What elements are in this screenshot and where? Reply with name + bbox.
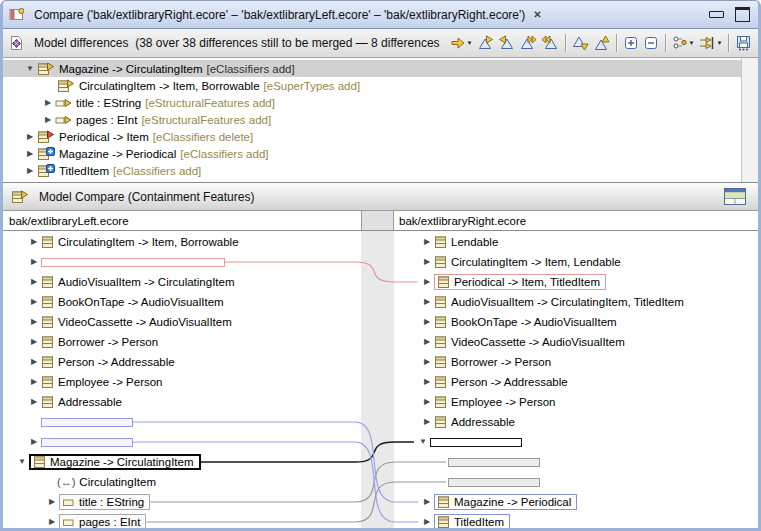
eclass-add-icon	[57, 79, 75, 93]
chevron-right-icon[interactable]: ▶	[420, 252, 434, 272]
close-icon[interactable]: ✕	[531, 9, 543, 20]
chevron-right-icon[interactable]: ▶	[45, 492, 59, 512]
tree-row[interactable]: ▼	[394, 432, 758, 452]
tree-row[interactable]: ▶Employee -> Person	[3, 372, 361, 392]
app-window: Compare ('bak/extlibraryRight.ecore' – '…	[0, 0, 761, 531]
tree-row[interactable]: ▶Employee -> Person	[394, 392, 758, 412]
save-comparison-button[interactable]	[733, 33, 754, 53]
diff-row[interactable]: ▶Periodical -> Item[eClassifiers delete]	[3, 128, 741, 145]
next-unresolved-difference-button[interactable]: ▼	[448, 33, 475, 53]
chevron-right-icon[interactable]: ▶	[420, 412, 434, 432]
chevron-right-icon[interactable]: ▶	[27, 332, 41, 352]
expand-all-button[interactable]	[621, 33, 641, 53]
eattribute-icon	[62, 495, 75, 509]
chevron-right-icon[interactable]: ▶	[23, 145, 37, 162]
tree-row[interactable]: ▶TitledItem	[394, 512, 758, 528]
tree-row[interactable]: ▶VideoCassette -> AudioVisualItem	[3, 312, 361, 332]
tree-row[interactable]: ▶Addressable	[3, 392, 361, 412]
chevron-right-icon[interactable]: ▶	[420, 332, 434, 352]
diff-row[interactable]: ▼Magazine -> CirculatingItem[eClassifier…	[3, 60, 741, 77]
minimize-button[interactable]	[706, 6, 726, 24]
diff-box: Magazine -> Periodical	[434, 494, 577, 510]
chevron-right-icon[interactable]: ▶	[420, 312, 434, 332]
merge-all-right-icon	[519, 35, 537, 51]
chevron-right-icon[interactable]: ▶	[27, 232, 41, 252]
tree-row[interactable]: (↔)CirculatingItem	[3, 472, 361, 492]
maximize-button[interactable]	[732, 6, 752, 24]
chevron-right-icon[interactable]: ▶	[27, 312, 41, 332]
chevron-right-icon[interactable]: ▶	[23, 162, 37, 179]
chevron-right-icon[interactable]: ▶	[27, 252, 41, 272]
tree-row[interactable]	[3, 412, 361, 432]
chevron-right-icon[interactable]: ▶	[420, 372, 434, 392]
chevron-right-icon[interactable]: ▶	[420, 492, 434, 512]
copy-current-change-right-to-left-button[interactable]	[496, 33, 517, 53]
scrollbar-track[interactable]	[741, 58, 758, 182]
diff-row[interactable]: ▶TitledItem[eClassifiers add]	[3, 162, 741, 179]
previous-difference-button[interactable]	[591, 33, 612, 53]
next-difference-button[interactable]	[570, 33, 591, 53]
tree-row[interactable]: ▶Addressable	[394, 412, 758, 432]
tree-row[interactable]: ▶BookOnTape -> AudioVisualItem	[394, 312, 758, 332]
chevron-right-icon[interactable]: ▶	[45, 512, 59, 528]
collapse-all-button[interactable]	[641, 33, 661, 53]
chevron-right-icon[interactable]: ▶	[27, 352, 41, 372]
tree-row[interactable]: ▶title : EString	[3, 492, 361, 512]
tree-item-label: pages : EInt	[79, 516, 140, 528]
tree-item-label: Employee -> Person	[58, 376, 163, 388]
tree-row[interactable]	[394, 452, 758, 472]
dropdown-caret-icon[interactable]: ▼	[467, 40, 473, 46]
chevron-right-icon[interactable]: ▶	[420, 232, 434, 252]
tree-row[interactable]: ▼Magazine -> CirculatingItem	[3, 452, 361, 472]
chevron-down-icon[interactable]: ▼	[416, 432, 430, 452]
chevron-right-icon[interactable]: ▶	[27, 272, 41, 292]
chevron-right-icon[interactable]: ▶	[420, 292, 434, 312]
tree-row[interactable]	[394, 472, 758, 492]
editor-layout-button[interactable]	[724, 188, 746, 205]
dropdown-caret-icon[interactable]: ▼	[716, 40, 722, 46]
chevron-right-icon[interactable]: ▶	[420, 352, 434, 372]
group-differences-button[interactable]: ▼	[670, 33, 697, 53]
chevron-right-icon[interactable]: ▶	[420, 272, 434, 292]
tree-row[interactable]: ▶Magazine -> Periodical	[394, 492, 758, 512]
dropdown-caret-icon[interactable]: ▼	[689, 40, 695, 46]
filter-differences-button[interactable]: ▼	[696, 33, 724, 53]
chevron-right-icon[interactable]: ▶	[41, 94, 55, 111]
chevron-right-icon[interactable]: ▶	[420, 392, 434, 412]
tree-row[interactable]: ▶CirculatingItem -> Item, Lendable	[394, 252, 758, 272]
editor-tab[interactable]: Compare ('bak/extlibraryRight.ecore' – '…	[9, 8, 544, 22]
copy-all-changes-right-to-left-button[interactable]	[539, 33, 561, 53]
chevron-right-icon[interactable]: ▶	[27, 392, 41, 412]
tree-row[interactable]: ▶BookOnTape -> AudioVisualItem	[3, 292, 361, 312]
diff-row[interactable]: ▶Magazine -> Periodical[eClassifiers add…	[3, 145, 741, 162]
tree-row[interactable]: ▶	[3, 252, 361, 272]
chevron-right-icon[interactable]: ▶	[27, 432, 41, 452]
diff-row[interactable]: CirculatingItem -> Item, Borrowable[eSup…	[3, 77, 741, 94]
chevron-right-icon[interactable]: ▶	[27, 372, 41, 392]
diff-box: Magazine -> CirculatingItem	[29, 454, 201, 470]
tree-row[interactable]: ▶Periodical -> Item, TitledItem	[394, 272, 758, 292]
chevron-right-icon[interactable]: ▶	[27, 292, 41, 312]
tree-row[interactable]: ▶pages : EInt	[3, 512, 361, 528]
chevron-right-icon[interactable]: ▶	[23, 128, 37, 145]
chevron-down-icon[interactable]: ▼	[15, 452, 29, 472]
tree-row[interactable]: ▶VideoCassette -> AudioVisualItem	[394, 332, 758, 352]
tree-row[interactable]: ▶Borrower -> Person	[394, 352, 758, 372]
tree-row[interactable]: ▶CirculatingItem -> Item, Borrowable	[3, 232, 361, 252]
diff-kind-suffix: [eClassifiers add]	[180, 148, 268, 160]
chevron-down-icon[interactable]: ▼	[23, 60, 37, 77]
tree-row[interactable]: ▶AudioVisualItem -> CirculatingItem	[3, 272, 361, 292]
tree-row[interactable]: ▶Person -> Addressable	[394, 372, 758, 392]
tree-row[interactable]: ▶Borrower -> Person	[3, 332, 361, 352]
differences-tree: ▼Magazine -> CirculatingItem[eClassifier…	[3, 58, 758, 182]
tree-row[interactable]: ▶AudioVisualItem -> CirculatingItem, Tit…	[394, 292, 758, 312]
diff-row[interactable]: ▶title : EString[eStructuralFeatures add…	[3, 94, 741, 111]
copy-all-changes-left-to-right-button[interactable]	[517, 33, 539, 53]
chevron-right-icon[interactable]: ▶	[41, 111, 55, 128]
copy-current-change-left-to-right-button[interactable]	[475, 33, 496, 53]
chevron-right-icon[interactable]: ▶	[420, 512, 434, 528]
diff-row[interactable]: ▶pages : EInt[eStructuralFeatures add]	[3, 111, 741, 128]
tree-row[interactable]: ▶Person -> Addressable	[3, 352, 361, 372]
tree-row[interactable]: ▶	[3, 432, 361, 452]
tree-row[interactable]: ▶Lendable	[394, 232, 758, 252]
